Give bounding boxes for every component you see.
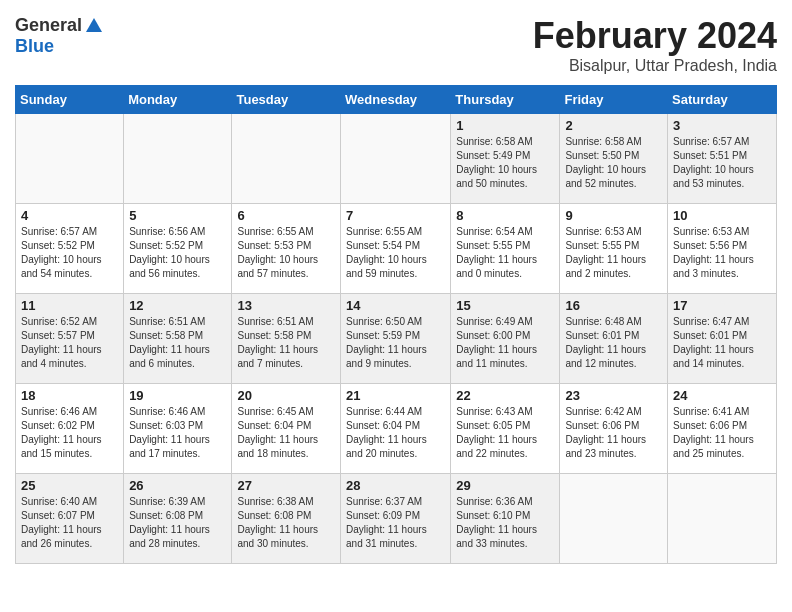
calendar-cell: 9Sunrise: 6:53 AM Sunset: 5:55 PM Daylig… bbox=[560, 204, 668, 294]
calendar-cell bbox=[16, 114, 124, 204]
cell-info: Sunrise: 6:46 AM Sunset: 6:02 PM Dayligh… bbox=[21, 405, 118, 461]
location: Bisalpur, Uttar Pradesh, India bbox=[533, 57, 777, 75]
calendar-week-1: 1Sunrise: 6:58 AM Sunset: 5:49 PM Daylig… bbox=[16, 114, 777, 204]
cell-info: Sunrise: 6:51 AM Sunset: 5:58 PM Dayligh… bbox=[237, 315, 335, 371]
day-number: 20 bbox=[237, 388, 335, 403]
calendar-cell bbox=[124, 114, 232, 204]
day-number: 27 bbox=[237, 478, 335, 493]
cell-info: Sunrise: 6:56 AM Sunset: 5:52 PM Dayligh… bbox=[129, 225, 226, 281]
calendar-cell: 17Sunrise: 6:47 AM Sunset: 6:01 PM Dayli… bbox=[668, 294, 777, 384]
cell-info: Sunrise: 6:41 AM Sunset: 6:06 PM Dayligh… bbox=[673, 405, 771, 461]
calendar-cell: 20Sunrise: 6:45 AM Sunset: 6:04 PM Dayli… bbox=[232, 384, 341, 474]
day-number: 1 bbox=[456, 118, 554, 133]
cell-info: Sunrise: 6:52 AM Sunset: 5:57 PM Dayligh… bbox=[21, 315, 118, 371]
cell-info: Sunrise: 6:53 AM Sunset: 5:55 PM Dayligh… bbox=[565, 225, 662, 281]
cell-info: Sunrise: 6:43 AM Sunset: 6:05 PM Dayligh… bbox=[456, 405, 554, 461]
calendar-header-friday: Friday bbox=[560, 86, 668, 114]
day-number: 9 bbox=[565, 208, 662, 223]
day-number: 5 bbox=[129, 208, 226, 223]
day-number: 7 bbox=[346, 208, 445, 223]
title-area: February 2024 Bisalpur, Uttar Pradesh, I… bbox=[533, 15, 777, 75]
calendar-week-5: 25Sunrise: 6:40 AM Sunset: 6:07 PM Dayli… bbox=[16, 474, 777, 564]
cell-info: Sunrise: 6:48 AM Sunset: 6:01 PM Dayligh… bbox=[565, 315, 662, 371]
day-number: 11 bbox=[21, 298, 118, 313]
day-number: 12 bbox=[129, 298, 226, 313]
calendar-cell: 10Sunrise: 6:53 AM Sunset: 5:56 PM Dayli… bbox=[668, 204, 777, 294]
calendar-table: SundayMondayTuesdayWednesdayThursdayFrid… bbox=[15, 85, 777, 564]
calendar-header-sunday: Sunday bbox=[16, 86, 124, 114]
cell-info: Sunrise: 6:58 AM Sunset: 5:49 PM Dayligh… bbox=[456, 135, 554, 191]
cell-info: Sunrise: 6:46 AM Sunset: 6:03 PM Dayligh… bbox=[129, 405, 226, 461]
calendar-cell: 18Sunrise: 6:46 AM Sunset: 6:02 PM Dayli… bbox=[16, 384, 124, 474]
calendar-cell: 7Sunrise: 6:55 AM Sunset: 5:54 PM Daylig… bbox=[341, 204, 451, 294]
calendar-cell: 5Sunrise: 6:56 AM Sunset: 5:52 PM Daylig… bbox=[124, 204, 232, 294]
day-number: 16 bbox=[565, 298, 662, 313]
day-number: 22 bbox=[456, 388, 554, 403]
calendar-cell: 14Sunrise: 6:50 AM Sunset: 5:59 PM Dayli… bbox=[341, 294, 451, 384]
cell-info: Sunrise: 6:58 AM Sunset: 5:50 PM Dayligh… bbox=[565, 135, 662, 191]
calendar-cell: 1Sunrise: 6:58 AM Sunset: 5:49 PM Daylig… bbox=[451, 114, 560, 204]
day-number: 10 bbox=[673, 208, 771, 223]
day-number: 8 bbox=[456, 208, 554, 223]
calendar-cell: 15Sunrise: 6:49 AM Sunset: 6:00 PM Dayli… bbox=[451, 294, 560, 384]
cell-info: Sunrise: 6:37 AM Sunset: 6:09 PM Dayligh… bbox=[346, 495, 445, 551]
day-number: 23 bbox=[565, 388, 662, 403]
day-number: 2 bbox=[565, 118, 662, 133]
header: General Blue February 2024 Bisalpur, Utt… bbox=[15, 15, 777, 75]
day-number: 24 bbox=[673, 388, 771, 403]
month-title: February 2024 bbox=[533, 15, 777, 57]
calendar-header-wednesday: Wednesday bbox=[341, 86, 451, 114]
calendar-cell: 19Sunrise: 6:46 AM Sunset: 6:03 PM Dayli… bbox=[124, 384, 232, 474]
day-number: 17 bbox=[673, 298, 771, 313]
cell-info: Sunrise: 6:55 AM Sunset: 5:54 PM Dayligh… bbox=[346, 225, 445, 281]
cell-info: Sunrise: 6:57 AM Sunset: 5:52 PM Dayligh… bbox=[21, 225, 118, 281]
calendar-header-saturday: Saturday bbox=[668, 86, 777, 114]
day-number: 6 bbox=[237, 208, 335, 223]
calendar-cell: 26Sunrise: 6:39 AM Sunset: 6:08 PM Dayli… bbox=[124, 474, 232, 564]
day-number: 26 bbox=[129, 478, 226, 493]
day-number: 29 bbox=[456, 478, 554, 493]
calendar-header-tuesday: Tuesday bbox=[232, 86, 341, 114]
svg-marker-0 bbox=[86, 18, 102, 32]
cell-info: Sunrise: 6:38 AM Sunset: 6:08 PM Dayligh… bbox=[237, 495, 335, 551]
day-number: 28 bbox=[346, 478, 445, 493]
calendar-cell: 12Sunrise: 6:51 AM Sunset: 5:58 PM Dayli… bbox=[124, 294, 232, 384]
day-number: 14 bbox=[346, 298, 445, 313]
day-number: 15 bbox=[456, 298, 554, 313]
cell-info: Sunrise: 6:51 AM Sunset: 5:58 PM Dayligh… bbox=[129, 315, 226, 371]
calendar-cell bbox=[668, 474, 777, 564]
cell-info: Sunrise: 6:39 AM Sunset: 6:08 PM Dayligh… bbox=[129, 495, 226, 551]
day-number: 4 bbox=[21, 208, 118, 223]
calendar-cell: 23Sunrise: 6:42 AM Sunset: 6:06 PM Dayli… bbox=[560, 384, 668, 474]
day-number: 25 bbox=[21, 478, 118, 493]
cell-info: Sunrise: 6:45 AM Sunset: 6:04 PM Dayligh… bbox=[237, 405, 335, 461]
cell-info: Sunrise: 6:49 AM Sunset: 6:00 PM Dayligh… bbox=[456, 315, 554, 371]
logo-general: General bbox=[15, 15, 82, 36]
day-number: 3 bbox=[673, 118, 771, 133]
cell-info: Sunrise: 6:42 AM Sunset: 6:06 PM Dayligh… bbox=[565, 405, 662, 461]
calendar-cell bbox=[341, 114, 451, 204]
day-number: 18 bbox=[21, 388, 118, 403]
calendar-cell: 11Sunrise: 6:52 AM Sunset: 5:57 PM Dayli… bbox=[16, 294, 124, 384]
calendar-week-3: 11Sunrise: 6:52 AM Sunset: 5:57 PM Dayli… bbox=[16, 294, 777, 384]
day-number: 21 bbox=[346, 388, 445, 403]
calendar-header-row: SundayMondayTuesdayWednesdayThursdayFrid… bbox=[16, 86, 777, 114]
cell-info: Sunrise: 6:57 AM Sunset: 5:51 PM Dayligh… bbox=[673, 135, 771, 191]
calendar-cell: 25Sunrise: 6:40 AM Sunset: 6:07 PM Dayli… bbox=[16, 474, 124, 564]
calendar-week-4: 18Sunrise: 6:46 AM Sunset: 6:02 PM Dayli… bbox=[16, 384, 777, 474]
calendar-cell: 2Sunrise: 6:58 AM Sunset: 5:50 PM Daylig… bbox=[560, 114, 668, 204]
cell-info: Sunrise: 6:44 AM Sunset: 6:04 PM Dayligh… bbox=[346, 405, 445, 461]
calendar-cell bbox=[560, 474, 668, 564]
logo-icon bbox=[84, 16, 104, 36]
day-number: 13 bbox=[237, 298, 335, 313]
calendar-cell: 3Sunrise: 6:57 AM Sunset: 5:51 PM Daylig… bbox=[668, 114, 777, 204]
cell-info: Sunrise: 6:54 AM Sunset: 5:55 PM Dayligh… bbox=[456, 225, 554, 281]
calendar-cell: 28Sunrise: 6:37 AM Sunset: 6:09 PM Dayli… bbox=[341, 474, 451, 564]
cell-info: Sunrise: 6:40 AM Sunset: 6:07 PM Dayligh… bbox=[21, 495, 118, 551]
calendar-cell: 27Sunrise: 6:38 AM Sunset: 6:08 PM Dayli… bbox=[232, 474, 341, 564]
cell-info: Sunrise: 6:53 AM Sunset: 5:56 PM Dayligh… bbox=[673, 225, 771, 281]
calendar-header-thursday: Thursday bbox=[451, 86, 560, 114]
calendar-cell bbox=[232, 114, 341, 204]
calendar-cell: 8Sunrise: 6:54 AM Sunset: 5:55 PM Daylig… bbox=[451, 204, 560, 294]
calendar-cell: 13Sunrise: 6:51 AM Sunset: 5:58 PM Dayli… bbox=[232, 294, 341, 384]
